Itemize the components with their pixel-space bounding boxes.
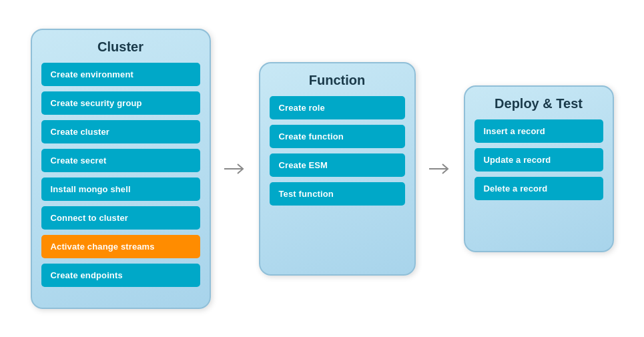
btn-cluster-3[interactable]: Create secret [41,149,200,172]
btn-cluster-0[interactable]: Create environment [41,63,200,86]
arrow-2 [416,157,464,181]
panel-title-function: Function [309,73,365,88]
panel-title-deploy: Deploy & Test [495,96,583,111]
btn-cluster-1[interactable]: Create security group [41,91,200,115]
btn-function-2[interactable]: Create ESM [270,153,405,177]
panel-cluster: ClusterCreate environmentCreate security… [31,29,211,309]
btn-cluster-4[interactable]: Install mongo shell [41,178,200,201]
panel-title-cluster: Cluster [97,39,143,55]
btn-list-deploy: Insert a recordUpdate a recordDelete a r… [474,119,603,200]
btn-deploy-1[interactable]: Update a record [474,148,603,172]
arrow-1 [211,157,259,181]
btn-cluster-5[interactable]: Connect to cluster [41,206,200,230]
diagram: ClusterCreate environmentCreate security… [0,0,644,337]
btn-cluster-2[interactable]: Create cluster [41,120,200,143]
panel-deploy: Deploy & TestInsert a recordUpdate a rec… [464,85,614,252]
btn-function-0[interactable]: Create role [270,96,405,119]
btn-function-3[interactable]: Test function [270,182,405,206]
btn-deploy-2[interactable]: Delete a record [474,177,603,200]
btn-cluster-7[interactable]: Create endpoints [41,264,200,287]
panel-function: FunctionCreate roleCreate functionCreate… [259,62,416,276]
btn-function-1[interactable]: Create function [270,125,405,148]
btn-deploy-0[interactable]: Insert a record [474,119,603,143]
btn-list-cluster: Create environmentCreate security groupC… [41,63,200,287]
btn-list-function: Create roleCreate functionCreate ESMTest… [270,96,405,206]
btn-cluster-6[interactable]: Activate change streams [41,235,200,258]
